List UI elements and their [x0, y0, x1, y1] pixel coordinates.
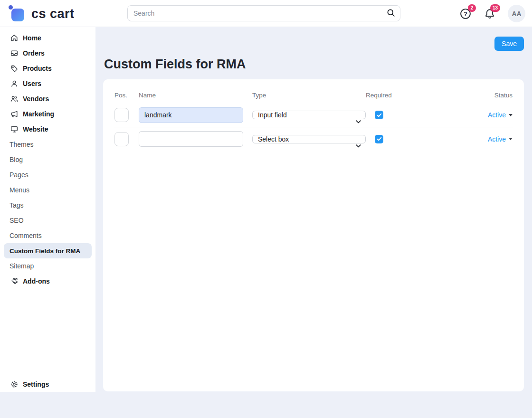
page-title: Custom Fields for RMA	[104, 57, 524, 72]
notifications-badge: 13	[490, 4, 500, 12]
column-header-pos: Pos.	[114, 92, 139, 99]
settings-icon	[10, 380, 19, 389]
column-header-type: Type	[252, 92, 366, 99]
position-input[interactable]	[114, 132, 129, 146]
sidebar-item-label: Pages	[10, 171, 28, 179]
sidebar-item-label: Tags	[10, 201, 24, 209]
status-label: Active	[488, 111, 506, 119]
sidebar-item-users[interactable]: Users	[4, 76, 92, 91]
sidebar-item-comments[interactable]: Comments	[4, 228, 92, 243]
sidebar-item-label: Website	[23, 125, 48, 133]
caret-down-icon	[509, 138, 513, 140]
notifications-button[interactable]: 13	[484, 8, 496, 20]
status-dropdown[interactable]: Active	[488, 135, 513, 143]
sidebar-item-blog[interactable]: Blog	[4, 152, 92, 167]
sidebar-item-add-ons[interactable]: Add-ons	[4, 274, 92, 289]
sidebar-item-sitemap[interactable]: Sitemap	[4, 258, 92, 274]
sidebar-item-label: Vendors	[23, 95, 49, 103]
sidebar-item-custom-fields-for-rma[interactable]: Custom Fields for RMA	[4, 243, 92, 258]
sidebar-item-label: Settings	[23, 380, 49, 388]
type-select[interactable]: Select box	[252, 135, 366, 143]
status-dropdown[interactable]: Active	[488, 111, 513, 119]
svg-text:?: ?	[464, 10, 467, 17]
search-icon	[386, 8, 396, 19]
addons-icon	[10, 276, 19, 286]
search-input[interactable]	[127, 5, 400, 21]
marketing-icon	[10, 109, 19, 119]
sidebar-item-label: Users	[23, 80, 41, 87]
status-label: Active	[488, 135, 506, 143]
sidebar-item-tags[interactable]: Tags	[4, 198, 92, 213]
required-checkbox[interactable]	[375, 111, 383, 119]
type-select-wrap: Select box	[252, 135, 366, 143]
help-icon: ?	[459, 13, 472, 21]
sidebar-item-orders[interactable]: Orders	[4, 46, 92, 61]
sidebar-item-label: Sitemap	[10, 262, 34, 270]
user-avatar[interactable]: AA	[508, 5, 525, 22]
sidebar-item-label: Menus	[10, 186, 29, 194]
sidebar-item-menus[interactable]: Menus	[4, 182, 92, 198]
required-checkbox[interactable]	[375, 135, 383, 143]
sidebar-item-label: Orders	[23, 49, 45, 57]
sidebar-item-label: Marketing	[23, 110, 54, 118]
sidebar-item-marketing[interactable]: Marketing	[4, 106, 92, 122]
column-header-status: Status	[460, 92, 513, 99]
products-icon	[10, 64, 19, 73]
name-input[interactable]	[139, 131, 243, 147]
help-button[interactable]: ? 2	[459, 8, 472, 20]
global-search	[127, 5, 400, 21]
home-icon	[10, 33, 19, 43]
brand-name: cs cart	[31, 7, 75, 21]
sidebar-item-label: Home	[23, 34, 41, 42]
type-select[interactable]: Input field	[252, 111, 366, 119]
table-header-row: Pos. Name Type Required Status	[114, 87, 513, 103]
sidebar-item-themes[interactable]: Themes	[4, 137, 92, 152]
search-button[interactable]	[385, 8, 397, 19]
position-input[interactable]	[114, 108, 129, 122]
sidebar-item-seo[interactable]: SEO	[4, 213, 92, 228]
orders-icon	[10, 48, 19, 58]
sidebar-item-products[interactable]: Products	[4, 61, 92, 76]
name-input[interactable]	[139, 107, 243, 123]
table-row: Select box Active	[114, 127, 513, 151]
save-button[interactable]: Save	[494, 37, 524, 51]
custom-fields-card: Pos. Name Type Required Status Input fie…	[103, 79, 524, 391]
sidebar-item-label: Themes	[10, 141, 34, 148]
column-header-name: Name	[139, 92, 252, 99]
website-icon	[10, 124, 19, 134]
sidebar: HomeOrdersProductsUsersVendorsMarketingW…	[0, 27, 95, 392]
topbar-actions: ? 2 13 AA	[459, 0, 525, 27]
sidebar-item-label: Comments	[10, 232, 42, 239]
vendors-icon	[10, 94, 19, 104]
sidebar-item-website[interactable]: Website	[4, 122, 92, 137]
cs-cart-logo[interactable]: cs cart	[9, 5, 75, 22]
table-row: Input field Active	[114, 103, 513, 127]
help-badge: 2	[468, 4, 476, 12]
cs-cart-logo-icon	[9, 5, 25, 22]
main-content: Save Custom Fields for RMA Pos. Name Typ…	[95, 27, 532, 391]
caret-down-icon	[509, 114, 513, 116]
sidebar-item-label: Add-ons	[23, 277, 50, 285]
sidebar-item-vendors[interactable]: Vendors	[4, 91, 92, 106]
bell-icon	[484, 13, 496, 21]
sidebar-item-label: Products	[23, 65, 52, 72]
sidebar-item-label: Custom Fields for RMA	[10, 247, 80, 255]
top-bar: cs cart ? 2	[0, 0, 532, 27]
column-header-required: Required	[366, 92, 460, 99]
sidebar-item-label: SEO	[10, 217, 24, 224]
users-icon	[10, 79, 19, 88]
sidebar-item-label: Blog	[10, 156, 23, 163]
sidebar-item-settings[interactable]: Settings	[4, 377, 92, 392]
sidebar-item-pages[interactable]: Pages	[4, 167, 92, 182]
sidebar-item-home[interactable]: Home	[4, 30, 92, 46]
type-select-wrap: Input field	[252, 111, 366, 119]
